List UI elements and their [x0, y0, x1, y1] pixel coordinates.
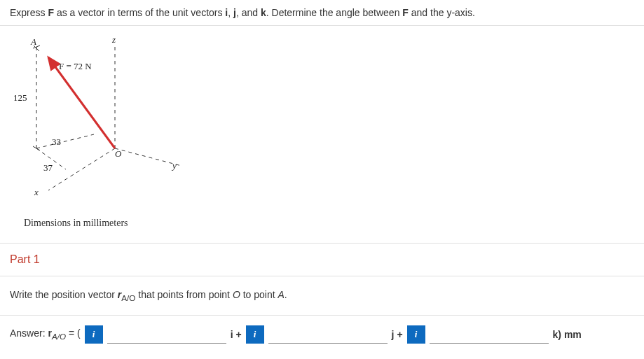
axis-y-label: y [172, 160, 177, 171]
part-1-prompt: Write the position vector rA/O that poin… [0, 276, 644, 316]
vector-diagram: A F = 72 N 125 33 37 z y x O [10, 33, 192, 215]
info-icon[interactable]: i [85, 325, 103, 344]
q-suffix: and the y-axis. [409, 7, 475, 18]
ans-eq: = ( [66, 328, 81, 339]
p1-prefix: Write the position vector [10, 289, 118, 300]
diagram-caption: Dimensions in millimeters [10, 218, 634, 229]
part-1-header: Part 1 [0, 243, 644, 276]
p1-O: O [233, 289, 240, 300]
k-unit-text: k) mm [553, 329, 582, 340]
j-plus-text: j + [392, 329, 403, 340]
q-prefix: Express [10, 7, 48, 18]
i-plus-label: i + [231, 329, 242, 340]
p1-suffix: . [285, 289, 287, 300]
dim-33-label: 33 [52, 136, 61, 148]
q-mid2: , and [236, 7, 261, 18]
k-unit-label: k) mm [553, 329, 582, 340]
q-mid3: . Determine the angle between [266, 7, 403, 18]
axis-x-label: x [34, 187, 39, 198]
info-icon[interactable]: i [407, 325, 425, 344]
p1-A: A [278, 289, 284, 300]
diagram-section: A F = 72 N 125 33 37 z y x O Dimensions … [0, 25, 644, 243]
p1-mid2: to point [240, 289, 278, 300]
axis-z-label: z [112, 34, 116, 45]
j-plus-label: j + [392, 329, 403, 340]
force-magnitude-label: F = 72 N [59, 61, 92, 72]
k-component-input[interactable] [430, 325, 549, 344]
i-component-input[interactable] [107, 325, 226, 344]
answer-row: Answer: rA/O = ( i i + i j + i k) mm [0, 316, 644, 353]
q-F: F [48, 7, 54, 18]
answer-prefix: Answer: rA/O = ( [10, 328, 81, 341]
dim-37-label: 37 [43, 162, 53, 174]
j-component-input[interactable] [268, 325, 388, 344]
ans-lbl: Answer: [10, 328, 48, 339]
p1-mid: that points from point [135, 289, 233, 300]
origin-label: O [115, 148, 121, 160]
svg-line-1 [115, 148, 181, 166]
svg-line-5 [36, 134, 94, 148]
q-k: k [261, 7, 266, 18]
point-A-label: A [31, 36, 36, 48]
q-mid1: as a vector in terms of the unit vectors [54, 7, 225, 18]
dim-z-label: 125 [13, 92, 27, 104]
info-icon[interactable]: i [246, 325, 264, 344]
svg-line-2 [48, 148, 115, 190]
i-plus-text: i + [231, 329, 242, 340]
p1-r-sub: A/O [121, 293, 135, 302]
question-text: Express F as a vector in terms of the un… [0, 0, 644, 25]
diagram-svg [10, 33, 192, 201]
q-F2: F [402, 7, 409, 18]
q-comma1: , [228, 7, 233, 18]
ans-r-sub: A/O [52, 332, 66, 341]
